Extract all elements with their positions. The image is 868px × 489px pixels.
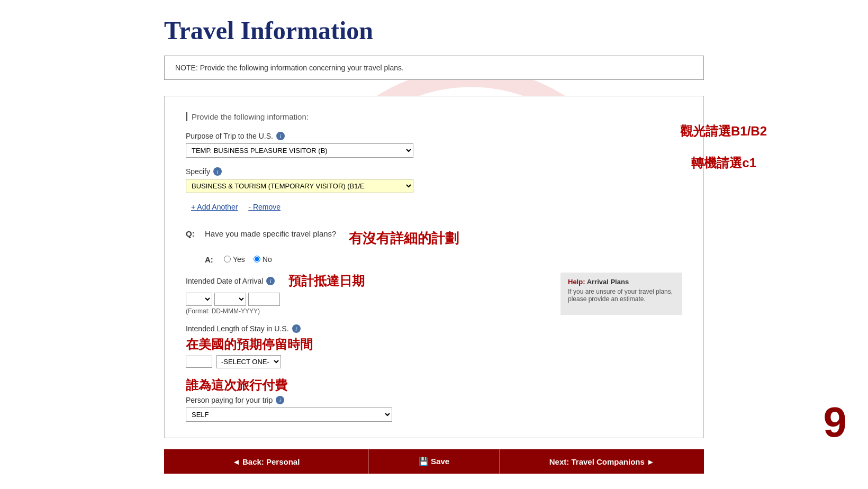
stay-label: Intended Length of Stay in U.S. i [186, 324, 539, 333]
date-arrival-label: Intended Date of Arrival i 預計抵達日期 [186, 273, 539, 289]
annotation-travel-plans: 有沒有詳細的計劃 [349, 229, 459, 248]
year-input[interactable] [248, 293, 280, 306]
purpose-select[interactable]: TEMP. BUSINESS PLEASURE VISITOR (B) [186, 143, 413, 158]
no-radio[interactable] [254, 256, 260, 262]
specify-info-icon[interactable]: i [213, 167, 222, 176]
paying-select[interactable]: SELF [186, 408, 392, 422]
date-selects [186, 293, 539, 306]
paying-label-text: Person paying for your trip [186, 396, 273, 404]
note-box: NOTE: Provide the following information … [164, 56, 704, 80]
save-button[interactable]: 💾 Save [368, 449, 499, 474]
help-title: Help: Arrival Plans [568, 278, 675, 286]
help-title-keyword: Help: [568, 278, 585, 286]
stay-label-text: Intended Length of Stay in U.S. [186, 324, 289, 333]
specify-select[interactable]: BUSINESS & TOURISM (TEMPORARY VISITOR) (… [186, 179, 413, 193]
q-label: Q: [186, 229, 201, 238]
purpose-label: Purpose of Trip to the U.S. i [186, 132, 682, 140]
a-label: A: [205, 255, 220, 264]
purpose-label-text: Purpose of Trip to the U.S. [186, 132, 273, 140]
next-button[interactable]: Next: Travel Companions ► [500, 449, 704, 474]
annotation-arrival: 預計抵達日期 [288, 273, 365, 289]
yes-label: Yes [233, 255, 245, 264]
purpose-field-group: Purpose of Trip to the U.S. i TEMP. BUSI… [186, 132, 682, 158]
page-title: Travel Information [164, 16, 704, 45]
stay-info-icon[interactable]: i [292, 324, 301, 333]
number-badge: 9 [824, 398, 847, 447]
form-section: 觀光請選B1/B2 轉機請選c1 Provide the following i… [164, 96, 704, 438]
remove-link[interactable]: - Remove [248, 203, 281, 211]
stay-number-input[interactable] [186, 356, 212, 368]
annotation-paying: 誰為這次旅行付費 [186, 377, 539, 394]
date-format-hint: (Format: DD-MMM-YYYY) [186, 307, 539, 315]
annotation-b1b2: 觀光請選B1/B2 [680, 123, 767, 140]
annotation-c1: 轉機請選c1 [691, 155, 756, 171]
travel-plans-radio-group: Yes No [224, 255, 272, 264]
date-arrival-label-text: Intended Date of Arrival [186, 277, 263, 285]
section-header: Provide the following information: [186, 112, 682, 121]
specify-label-text: Specify [186, 167, 210, 176]
no-radio-label[interactable]: No [254, 255, 272, 264]
paying-info-icon[interactable]: i [276, 396, 284, 404]
yes-radio[interactable] [224, 256, 231, 262]
specify-field-group: Specify i BUSINESS & TOURISM (TEMPORARY … [186, 167, 682, 193]
day-select[interactable] [186, 293, 212, 306]
date-arrival-info-icon[interactable]: i [266, 277, 275, 285]
yes-radio-label[interactable]: Yes [224, 255, 245, 264]
question-text: Have you made specific travel plans? [205, 229, 336, 238]
add-another-link[interactable]: + Add Another [191, 203, 238, 211]
help-box: Help: Arrival Plans If you are unsure of… [560, 273, 682, 315]
back-button[interactable]: ◄ Back: Personal [164, 449, 368, 474]
no-label: No [263, 255, 272, 264]
date-arrival-section: Intended Date of Arrival i 預計抵達日期 (Forma… [186, 273, 682, 422]
annotation-stay: 在美國的預期停留時間 [186, 336, 539, 353]
add-remove-row: + Add Another - Remove [191, 203, 682, 211]
date-left: Intended Date of Arrival i 預計抵達日期 (Forma… [186, 273, 539, 422]
month-select[interactable] [214, 293, 246, 306]
specify-label: Specify i [186, 167, 682, 176]
help-text: If you are unsure of your travel plans, … [568, 288, 675, 303]
footer-nav: ◄ Back: Personal 💾 Save Next: Travel Com… [164, 449, 704, 474]
stay-unit-select[interactable]: -SELECT ONE- [216, 355, 281, 368]
note-text: NOTE: Provide the following information … [175, 64, 404, 72]
travel-plans-question-row: Q: Have you made specific travel plans? … [186, 229, 682, 248]
help-keyword: Arrival Plans [587, 278, 629, 286]
page-wrapper: Travel Information NOTE: Provide the fol… [143, 0, 725, 489]
purpose-info-icon[interactable]: i [276, 132, 285, 140]
paying-label: Person paying for your trip i [186, 396, 539, 404]
stay-row: -SELECT ONE- [186, 355, 539, 368]
person-paying-section: 誰為這次旅行付費 Person paying for your trip i S… [186, 377, 539, 422]
